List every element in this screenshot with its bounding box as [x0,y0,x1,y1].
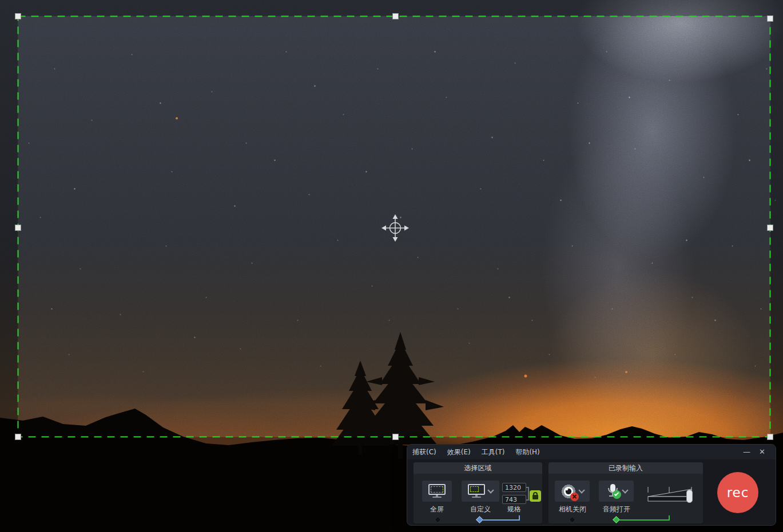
menu-bar: 捕获(C) 效果(E) 工具(T) 帮助(H) [407,445,776,459]
menu-help[interactable]: 帮助(H) [515,447,539,457]
custom-area-button[interactable] [462,481,499,502]
custom-monitor-icon [468,484,485,499]
audio-on-badge [613,490,621,499]
record-button[interactable]: rec [717,472,758,513]
camera-status-label: 相机关闭 [553,505,593,514]
audio-status-label: 音频打开 [597,505,637,514]
resize-handle-middle-right[interactable] [767,225,773,231]
audio-indicator-tick [669,515,670,521]
resize-handle-bottom-right[interactable] [767,434,773,440]
chevron-down-icon[interactable] [487,487,494,493]
move-crosshair-icon[interactable] [378,211,412,245]
width-input[interactable] [502,483,526,492]
minimize-icon[interactable]: — [743,447,750,457]
resize-handle-top-right[interactable] [767,15,773,22]
resize-handle-top-middle[interactable] [392,13,399,19]
input-marker-camera[interactable] [569,516,576,523]
resize-handle-bottom-middle[interactable] [392,434,399,440]
custom-mode-indicator-line [482,519,519,521]
resize-handle-middle-left[interactable] [15,225,21,231]
recorder-panel: 捕获(C) 效果(E) 工具(T) 帮助(H) — ✕ 选择区域 全屏 [407,444,776,526]
audio-indicator-line [619,519,669,521]
recorded-inputs-group: 已录制输入 相机关闭 音频打开 [549,462,703,523]
mode-marker-fullscreen[interactable] [434,516,442,523]
menu-effects[interactable]: 效果(E) [447,447,471,457]
microphone-icon [606,484,619,499]
chevron-down-icon[interactable] [622,487,628,493]
camera-button[interactable] [555,481,590,502]
chevron-down-icon[interactable] [578,487,585,493]
input-marker-audio-active[interactable] [613,516,620,523]
spec-label: 规格 [500,505,528,514]
screen: 捕获(C) 效果(E) 工具(T) 帮助(H) — ✕ 选择区域 全屏 [0,0,783,532]
close-icon[interactable]: ✕ [759,447,765,457]
menu-capture[interactable]: 捕获(C) [412,447,436,457]
menu-tools[interactable]: 工具(T) [482,447,505,457]
custom-area-label: 自定义 [459,505,502,514]
volume-slider-handle[interactable] [686,490,693,503]
lock-connector [528,487,529,501]
recorded-inputs-title: 已录制输入 [549,462,703,474]
fullscreen-monitor-icon [428,484,446,499]
aspect-lock-icon[interactable] [530,490,541,502]
fullscreen-button[interactable] [422,481,452,502]
audio-button[interactable] [599,481,634,502]
selection-area-title: 选择区域 [414,462,542,474]
fullscreen-label: 全屏 [422,505,452,514]
selection-area-group: 选择区域 全屏 自定义 规格 [414,462,542,523]
camera-icon [561,484,576,499]
custom-mode-indicator-tick [519,515,520,521]
resize-handle-bottom-left[interactable] [15,434,21,440]
resize-handle-top-left[interactable] [15,13,21,19]
camera-off-badge [570,493,579,501]
height-input[interactable] [502,495,526,504]
